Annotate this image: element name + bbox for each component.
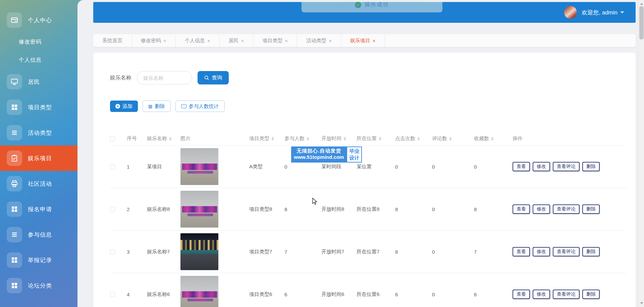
avatar[interactable] xyxy=(564,6,577,19)
check-circle-icon: ✓ xyxy=(355,2,361,8)
column-header-clicks[interactable]: 点击次数 xyxy=(395,135,432,142)
cell-seq: 3 xyxy=(127,249,147,255)
tab-change-password[interactable]: 修改密码× xyxy=(132,34,176,47)
row-view-comments-button[interactable]: 查看评论 xyxy=(553,162,580,171)
welcome-text: 欢迎您, admin xyxy=(582,9,618,16)
cell-comments: 0 xyxy=(432,164,474,170)
sort-icon[interactable] xyxy=(379,136,381,142)
watermark-badge: 毕业 设计 xyxy=(346,146,362,163)
tab-home[interactable]: 系统首页 xyxy=(93,34,132,47)
participant-stats-button[interactable]: ⋯ 参与人数统计 xyxy=(175,101,225,112)
cell-clicks: 0 xyxy=(395,164,432,170)
grid-icon xyxy=(7,252,22,268)
row-view-comments-button[interactable]: 查看评论 xyxy=(553,290,580,299)
sort-icon[interactable] xyxy=(307,136,309,142)
sidebar-item-personal-center[interactable]: 个人中心 xyxy=(0,7,77,33)
data-table: 序号娱乐名称图片项目类型参与人数开放时间所在位置点击次数评论数收藏数操作 1某项… xyxy=(110,132,627,307)
row-delete-button[interactable]: 删除 xyxy=(582,290,600,299)
cell-location: 某位置 xyxy=(357,164,395,170)
sidebar-item-activity-type[interactable]: 活动类型 xyxy=(0,120,77,145)
sidebar-item-residents[interactable]: 居民 xyxy=(0,69,77,95)
sidebar-item-personal-info[interactable]: 个人信息 xyxy=(0,51,77,69)
scrollbar-thumb[interactable] xyxy=(639,6,644,40)
row-view-comments-button[interactable]: 查看评论 xyxy=(553,247,580,256)
row-view-button[interactable]: 查看 xyxy=(513,162,530,171)
select-all-checkbox[interactable] xyxy=(110,136,115,141)
cell-project-type: 项目类型6 xyxy=(249,291,284,298)
close-icon[interactable]: × xyxy=(373,38,376,44)
row-checkbox[interactable] xyxy=(110,249,115,254)
sort-icon[interactable] xyxy=(169,136,172,142)
scroll-up-icon[interactable] xyxy=(640,1,643,5)
tab-activity-type[interactable]: 活动类型× xyxy=(297,34,341,47)
sort-icon[interactable] xyxy=(449,136,452,142)
sidebar-item-forum-category[interactable]: 论坛分类 xyxy=(0,273,77,298)
row-view-button[interactable]: 查看 xyxy=(513,204,530,214)
row-checkbox[interactable] xyxy=(110,164,115,169)
tab-entertainment-project[interactable]: 娱乐项目× xyxy=(341,34,385,47)
sidebar: 个人中心修改密码个人信息居民项目类型活动类型娱乐项目社区活动报名申请参与信息举报… xyxy=(0,0,84,307)
column-header-project-type[interactable]: 项目类型 xyxy=(249,135,284,142)
tab-residents[interactable]: 居民× xyxy=(220,34,254,47)
list-icon xyxy=(7,125,22,140)
row-view-comments-button[interactable]: 查看评论 xyxy=(553,204,580,214)
column-header-open-time[interactable]: 开放时间 xyxy=(321,135,357,142)
sort-icon[interactable] xyxy=(417,136,420,142)
column-header-name[interactable]: 娱乐名称 xyxy=(147,135,180,142)
cell-comments: 0 xyxy=(432,249,474,255)
close-icon[interactable]: × xyxy=(207,38,210,44)
row-checkbox[interactable] xyxy=(110,292,115,297)
row-delete-button[interactable]: 删除 xyxy=(582,204,600,214)
query-button[interactable]: 查询 xyxy=(198,71,229,84)
row-edit-button[interactable]: 修改 xyxy=(533,290,550,299)
sidebar-item-participation-info[interactable]: 参与信息 xyxy=(0,222,77,247)
close-icon[interactable]: × xyxy=(241,38,244,44)
tab-project-type[interactable]: 项目类型× xyxy=(253,34,297,47)
scroll-down-icon[interactable] xyxy=(640,302,643,306)
add-button[interactable]: + 添加 xyxy=(110,101,138,112)
sort-icon[interactable] xyxy=(271,136,274,142)
row-edit-button[interactable]: 修改 xyxy=(533,162,550,171)
plus-circle-icon: + xyxy=(115,104,120,109)
row-delete-button[interactable]: 删除 xyxy=(582,162,600,171)
sidebar-item-report-records[interactable]: 举报记录 xyxy=(0,247,77,273)
column-header-comments[interactable]: 评论数 xyxy=(432,135,474,142)
table-row: 3娱乐名称7项目类型77开放时间7所在位置7807查看修改查看评论删除 xyxy=(110,231,627,273)
row-view-button[interactable]: 查看 xyxy=(513,247,530,256)
sort-icon[interactable] xyxy=(343,136,346,142)
tab-personal-info[interactable]: 个人信息× xyxy=(176,34,220,47)
vertical-scrollbar[interactable] xyxy=(638,0,644,307)
chevron-down-icon[interactable] xyxy=(620,11,624,15)
sidebar-item-project-type[interactable]: 项目类型 xyxy=(0,95,77,120)
column-header-participants[interactable]: 参与人数 xyxy=(284,135,321,142)
search-label: 娱乐名称 xyxy=(110,74,131,81)
row-delete-button[interactable]: 删除 xyxy=(582,247,600,256)
row-edit-button[interactable]: 修改 xyxy=(533,204,550,214)
sidebar-item-community-activity[interactable]: 社区活动 xyxy=(0,171,77,196)
sidebar-item-entertainment-project[interactable]: 娱乐项目 xyxy=(0,145,77,171)
row-view-button[interactable]: 查看 xyxy=(513,290,530,299)
close-icon[interactable]: × xyxy=(329,38,332,44)
monitor-icon xyxy=(7,74,22,89)
delete-button[interactable]: ⊠ 删除 xyxy=(143,101,171,112)
cell-name: 娱乐名称8 xyxy=(147,206,180,212)
column-header-location[interactable]: 所在位置 xyxy=(357,135,395,142)
row-edit-button[interactable]: 修改 xyxy=(533,247,550,256)
cell-clicks: 8 xyxy=(395,249,432,255)
row-checkbox[interactable] xyxy=(110,207,115,212)
close-icon[interactable]: × xyxy=(285,38,288,44)
column-header-favorites[interactable]: 收藏数 xyxy=(474,135,513,142)
content-card: 娱乐名称 查询 + 添加 ⊠ 删除 ⋯ 参与人数统计 xyxy=(93,53,636,307)
sidebar-item-signup-application[interactable]: 报名申请 xyxy=(0,196,77,222)
username: admin xyxy=(602,9,618,16)
sort-icon[interactable] xyxy=(491,136,494,142)
sidebar-item-change-password[interactable]: 修改密码 xyxy=(0,33,77,51)
list-icon xyxy=(7,227,22,242)
stats-card-icon: ⋯ xyxy=(181,104,186,108)
clipboard-check-icon xyxy=(7,150,22,166)
cell-project-type: 项目类型8 xyxy=(249,206,284,212)
plaza-event-photo xyxy=(180,148,218,185)
search-input[interactable] xyxy=(137,71,192,84)
close-icon[interactable]: × xyxy=(163,38,166,44)
column-header-seq: 序号 xyxy=(127,135,147,142)
